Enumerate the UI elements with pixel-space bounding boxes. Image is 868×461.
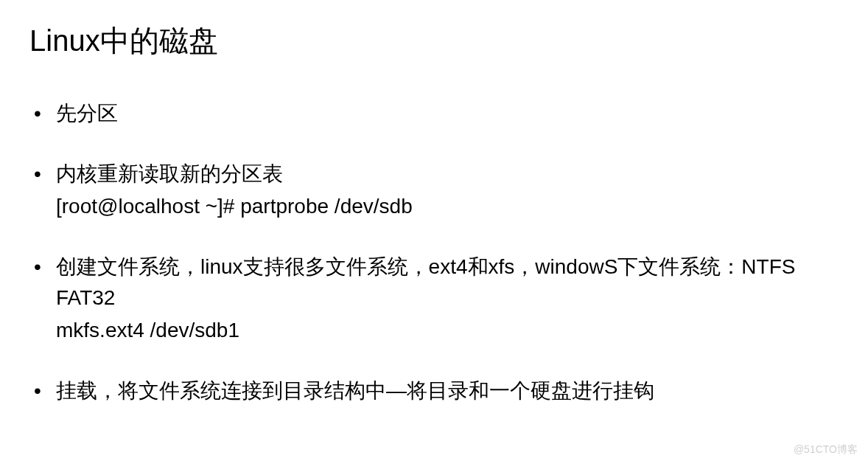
bullet-text: 挂载，将文件系统连接到目录结构中—将目录和一个硬盘进行挂钩 <box>56 379 654 402</box>
bullet-item-3: 创建文件系统，linux支持很多文件系统，ext4和xfs，windowS下文件… <box>56 252 839 346</box>
bullet-text: 先分区 <box>56 102 118 125</box>
bullet-text: 内核重新读取新的分区表 <box>56 162 283 185</box>
bullet-item-2: 内核重新读取新的分区表 [root@localhost ~]# partprob… <box>56 159 839 222</box>
watermark: @51CTO博客 <box>794 443 858 457</box>
bullet-list: 先分区 内核重新读取新的分区表 [root@localhost ~]# part… <box>29 98 839 406</box>
bullet-sub-line: mkfs.ext4 /dev/sdb1 <box>56 315 839 346</box>
bullet-text: 创建文件系统，linux支持很多文件系统，ext4和xfs，windowS下文件… <box>56 255 795 309</box>
bullet-item-4: 挂载，将文件系统连接到目录结构中—将目录和一个硬盘进行挂钩 <box>56 375 839 406</box>
bullet-sub-line: [root@localhost ~]# partprobe /dev/sdb <box>56 191 839 222</box>
bullet-item-1: 先分区 <box>56 98 839 129</box>
slide-title: Linux中的磁盘 <box>29 21 839 61</box>
